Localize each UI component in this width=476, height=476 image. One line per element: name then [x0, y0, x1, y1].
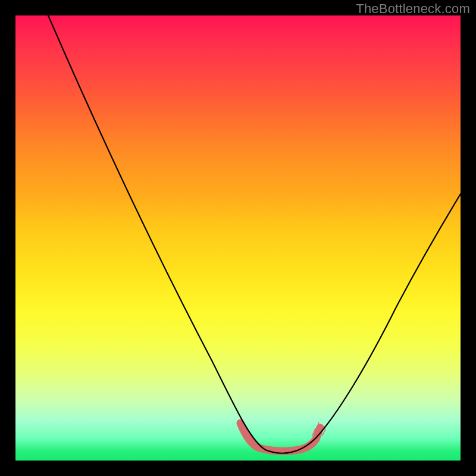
chart-frame: TheBottleneck.com	[0, 0, 476, 476]
bottleneck-curve	[48, 15, 461, 453]
curve-layer	[15, 15, 461, 461]
watermark-text: TheBottleneck.com	[356, 1, 470, 17]
plot-area	[15, 15, 461, 461]
